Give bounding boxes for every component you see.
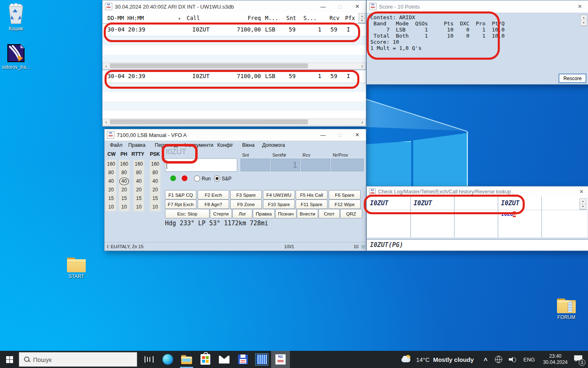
band-button[interactable]: 80 (119, 168, 129, 177)
band-button[interactable]: 20 (106, 186, 116, 194)
band-button[interactable]: 10 (150, 203, 160, 211)
col-mode[interactable]: M... (265, 15, 278, 21)
desktop-icon-start-folder[interactable]: START (61, 258, 91, 279)
fkey-f8[interactable]: F8 Agn? (198, 200, 229, 209)
score-spinner[interactable]: ▲▼ (580, 15, 587, 26)
clock[interactable]: 23:40 30.04.2024 (543, 353, 568, 366)
col-sentnr[interactable]: S... (303, 15, 317, 21)
task-view-button[interactable] (140, 351, 158, 368)
volume-icon[interactable] (509, 356, 516, 363)
col-rcv[interactable]: Rcv (330, 15, 339, 21)
menu-help[interactable]: Допомога (262, 142, 285, 148)
band-button[interactable]: 80 (150, 168, 160, 177)
check-suggestion[interactable]: I0ZUG (501, 211, 516, 217)
check-call-log[interactable]: I0ZUT (370, 200, 388, 207)
desktop-icon-recycle-bin[interactable]: Кошик (1, 3, 31, 31)
menu-edit[interactable]: Правка (128, 142, 145, 148)
col-datetime[interactable]: DD-MM HH:MM (107, 15, 144, 21)
minimize-button[interactable]: — (314, 0, 332, 13)
desktop-icon-sidorov-file[interactable]: sidorov_tra... (1, 43, 31, 70)
scroll-thumb[interactable] (110, 119, 308, 124)
wipe-button[interactable]: Стерти (210, 209, 232, 218)
score-window-titlebar[interactable]: N1MM Score - 10 Points × (367, 0, 588, 13)
taskbar-explorer-button[interactable] (177, 351, 196, 368)
band-button[interactable]: 20 (119, 186, 129, 194)
weather-widget[interactable]: 14°C Mostly cloudy (401, 355, 474, 364)
scroll-right-icon[interactable]: › (359, 63, 365, 70)
maximize-button[interactable]: □ (332, 129, 349, 141)
band-button[interactable]: 160 (134, 160, 144, 168)
band-button[interactable]: 15 (106, 194, 116, 203)
band-button[interactable]: 80 (134, 168, 144, 177)
fkey-f6[interactable]: F6 Spare (329, 190, 361, 200)
check-window-titlebar[interactable]: N1MM Check Log/Master/Telnet/Exch/Call h… (367, 186, 588, 197)
fkey-f11[interactable]: F11 Spare (296, 200, 327, 209)
tray-chevron-icon[interactable]: ^ (483, 357, 487, 364)
desktop-icon-forum-folder[interactable]: FORUM (551, 298, 581, 320)
log-hscrollbar-lower[interactable]: ‹ › (102, 119, 366, 126)
fkey-f5[interactable]: F5 His Call (296, 190, 327, 200)
taskbar-library-app-button[interactable] (252, 351, 271, 368)
col-call[interactable]: Call (187, 15, 200, 21)
rcv-field[interactable] (301, 159, 330, 171)
band-button[interactable]: 15 (150, 194, 160, 203)
log-header-row[interactable]: DD-MM HH:MM ▲ Call Freq M... Snt S... Rc… (102, 13, 366, 24)
fkey-f7[interactable]: F7 Rpt Exch (165, 200, 196, 209)
band-button[interactable]: 80 (106, 168, 116, 177)
log-button[interactable]: Лог (232, 209, 252, 218)
resize-grip-icon[interactable] (361, 245, 365, 249)
close-button[interactable]: × (349, 129, 366, 141)
qrz-button[interactable]: QRZ (340, 209, 362, 218)
search-box[interactable]: Пошук (19, 352, 137, 367)
maximize-button[interactable]: □ (332, 0, 349, 13)
fkey-f9[interactable]: F9 Zone (230, 200, 262, 209)
menu-view[interactable]: Перегляд (155, 142, 177, 148)
start-button[interactable] (0, 351, 19, 368)
scroll-thumb[interactable] (110, 63, 308, 68)
close-button[interactable]: × (575, 186, 588, 197)
band-button[interactable]: 160 (119, 160, 129, 168)
band-button[interactable]: 10 (119, 203, 129, 211)
fkey-f2[interactable]: F2 Exch (198, 190, 229, 200)
notification-button[interactable]: 1 (572, 351, 586, 368)
log-qso-row[interactable]: 30-04 20:39 I0ZUT 7100,00 LSB 59 1 59 I (102, 24, 366, 36)
band-button[interactable]: 40 (150, 177, 160, 186)
band-button[interactable]: 160 (150, 160, 160, 168)
check-spinner[interactable]: ▲▼ (579, 198, 586, 210)
check-call-master[interactable]: I0ZUT (414, 200, 432, 207)
fkey-f1[interactable]: F1 S&P CQ (165, 190, 196, 200)
snt-field[interactable] (241, 159, 270, 171)
nrprov-field[interactable] (331, 159, 364, 171)
rescore-button[interactable]: Rescore (559, 74, 586, 83)
band-button[interactable]: 40 (134, 177, 144, 186)
log-header-spinner[interactable]: ▲▼ (359, 13, 365, 23)
log-window-titlebar[interactable]: N1MM 30.04.2024 20:40:00Z ARI DX INT - U… (102, 0, 366, 13)
band-button[interactable]: 15 (134, 194, 144, 203)
menu-windows[interactable]: Вікна (242, 142, 254, 148)
sentnr-field[interactable]: 1 (271, 159, 300, 171)
store-button[interactable]: Внести (297, 209, 318, 218)
band-button[interactable]: 10 (134, 203, 144, 211)
scroll-left-icon[interactable]: ‹ (103, 63, 109, 70)
fkey-f3[interactable]: F3 Spare (230, 190, 262, 200)
scroll-left-icon[interactable]: ‹ (103, 119, 109, 126)
close-button[interactable]: × (349, 0, 366, 13)
band-button[interactable]: 10 (106, 203, 116, 211)
taskbar-n1mm-button[interactable]: N1MM (271, 351, 290, 368)
col-pfx[interactable]: Pfx (345, 15, 355, 21)
log-qso-row[interactable]: 30-04 20:39 I0ZUT 7100,00 LSB 59 1 59 I (102, 70, 366, 83)
network-globe-icon[interactable] (495, 356, 502, 363)
fkey-f12[interactable]: F12 Wipe (329, 200, 361, 209)
close-button[interactable]: × (571, 0, 588, 13)
edit-button[interactable]: Правка (253, 209, 275, 218)
band-button[interactable]: 40 (106, 177, 116, 186)
taskbar-store-button[interactable] (196, 351, 215, 368)
band-button-selected[interactable]: 40 (119, 177, 129, 186)
check-call-history[interactable]: I0ZUT (501, 200, 519, 207)
language-indicator[interactable]: ENG (523, 357, 535, 363)
spot-button[interactable]: Спот (318, 209, 340, 218)
col-freq[interactable]: Freq (225, 15, 261, 21)
menu-tools[interactable]: Інструменти (185, 142, 213, 148)
taskbar-floppy-app-button[interactable] (234, 351, 252, 368)
band-button[interactable]: 160 (106, 160, 116, 168)
